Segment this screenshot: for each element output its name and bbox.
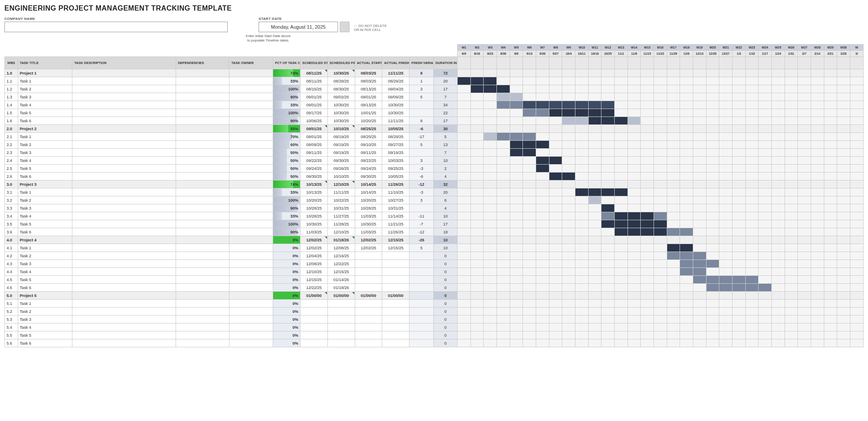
cell-wbs[interactable]: 1.1 [5, 77, 18, 85]
cell-variance[interactable]: 5 [410, 141, 433, 149]
cell-desc[interactable] [72, 331, 176, 339]
cell-sched-finish[interactable]: 10/22/25 [327, 196, 355, 204]
cell-pct[interactable]: 90% [273, 93, 301, 101]
cell-wbs[interactable]: 1.0 [5, 69, 18, 77]
cell-duration[interactable]: 0 [433, 284, 457, 292]
cell-desc[interactable] [72, 212, 176, 220]
cell-actual-start[interactable]: 10/14/25 [355, 180, 382, 188]
cell-actual-finish[interactable]: 11/21/25 [382, 220, 410, 228]
cell-title[interactable]: Task 5 [18, 165, 72, 173]
cell-desc[interactable] [72, 244, 176, 252]
cell-wbs[interactable]: 5.1 [5, 300, 18, 308]
task-row[interactable]: 3.6Task 690%11/03/2512/10/2511/03/2511/2… [5, 228, 864, 236]
cell-duration[interactable]: 18 [433, 228, 457, 236]
task-row[interactable]: 5.6Task 60%0 [5, 339, 864, 347]
cell-wbs[interactable]: 5.3 [5, 316, 18, 323]
cell-owner[interactable] [229, 300, 273, 308]
cell-duration[interactable]: 5 [433, 133, 457, 141]
cell-dep[interactable] [176, 220, 229, 228]
cell-actual-finish[interactable]: 10/27/25 [382, 196, 410, 204]
cell-title[interactable]: Task 6 [18, 117, 72, 125]
cell-wbs[interactable]: 1.5 [5, 109, 18, 117]
cell-dep[interactable] [176, 157, 229, 165]
cell-owner[interactable] [229, 125, 273, 133]
cell-duration[interactable]: 22 [433, 109, 457, 117]
cell-variance[interactable] [410, 339, 433, 347]
cell-actual-start[interactable] [355, 268, 382, 276]
cell-sched-finish[interactable]: 09/19/25 [327, 141, 355, 149]
task-row[interactable]: 4.5Task 50%12/15/2501/14/260 [5, 276, 864, 284]
project-row[interactable]: 4.0Project 40%12/02/2501/18/2612/02/2512… [5, 236, 864, 244]
cell-sched-start[interactable]: 09/11/25 [301, 149, 328, 157]
cell-sched-start[interactable]: 09/22/25 [301, 157, 328, 165]
cell-variance[interactable] [410, 268, 433, 276]
cell-owner[interactable] [229, 77, 273, 85]
cell-duration[interactable]: 13 [433, 141, 457, 149]
cell-dep[interactable] [176, 308, 229, 316]
cell-owner[interactable] [229, 188, 273, 196]
cell-actual-start[interactable]: 09/30/25 [355, 173, 382, 180]
cell-duration[interactable]: 32 [433, 180, 457, 188]
cell-duration[interactable]: 0 [433, 252, 457, 260]
cell-wbs[interactable]: 4.3 [5, 260, 18, 268]
cell-desc[interactable] [72, 260, 176, 268]
cell-sched-start[interactable]: 10/30/25 [301, 220, 328, 228]
cell-actual-start[interactable]: 08/13/25 [355, 85, 382, 93]
cell-actual-finish[interactable] [382, 268, 410, 276]
cell-desc[interactable] [72, 117, 176, 125]
cell-variance[interactable] [410, 109, 433, 117]
cell-sched-start[interactable]: 09/09/25 [301, 141, 328, 149]
cell-sched-finish[interactable]: 08/30/25 [327, 85, 355, 93]
cell-pct[interactable]: 90% [273, 117, 301, 125]
cell-sched-start[interactable] [301, 323, 328, 331]
cell-actual-start[interactable]: 10/20/25 [355, 196, 382, 204]
cell-pct[interactable]: 60% [273, 141, 301, 149]
cell-actual-finish[interactable]: 10/31/25 [382, 204, 410, 212]
cell-dep[interactable] [176, 236, 229, 244]
cell-owner[interactable] [229, 149, 273, 157]
cell-variance[interactable] [410, 149, 433, 157]
cell-pct[interactable]: 0% [273, 244, 301, 252]
cell-title[interactable]: Task 1 [18, 244, 72, 252]
cell-pct[interactable]: 0% [273, 331, 301, 339]
cell-sched-start[interactable]: 09/30/25 [301, 173, 328, 180]
cell-desc[interactable] [72, 173, 176, 180]
cell-owner[interactable] [229, 93, 273, 101]
cell-sched-finish[interactable]: 11/11/25 [327, 188, 355, 196]
cell-actual-start[interactable]: 10/20/25 [355, 117, 382, 125]
cell-actual-finish[interactable] [382, 284, 410, 292]
task-row[interactable]: 5.4Task 40%0 [5, 323, 864, 331]
cell-title[interactable]: Task 4 [18, 101, 72, 109]
cell-sched-finish[interactable] [327, 323, 355, 331]
cell-sched-start[interactable]: 12/02/25 [301, 244, 328, 252]
cell-wbs[interactable]: 3.1 [5, 188, 18, 196]
cell-actual-finish[interactable]: 12/15/25 [382, 244, 410, 252]
cell-pct[interactable]: 100% [273, 220, 301, 228]
cell-dep[interactable] [176, 101, 229, 109]
cell-sched-start[interactable]: 09/01/25 [301, 133, 328, 141]
cell-owner[interactable] [229, 220, 273, 228]
cell-actual-start[interactable]: 09/10/25 [355, 141, 382, 149]
cell-duration[interactable]: 10 [433, 244, 457, 252]
cell-duration[interactable]: 0 [433, 339, 457, 347]
cell-sched-finish[interactable]: 10/10/25 [327, 173, 355, 180]
cell-sched-start[interactable]: 09/01/25 [301, 101, 328, 109]
cell-sched-finish[interactable]: 10/30/25 [327, 117, 355, 125]
cell-actual-finish[interactable]: 12/15/25 [382, 236, 410, 244]
cell-variance[interactable] [410, 252, 433, 260]
cell-sched-start[interactable]: 10/06/25 [301, 117, 328, 125]
cell-actual-finish[interactable] [382, 276, 410, 284]
cell-dep[interactable] [176, 165, 229, 173]
cell-duration[interactable]: 4 [433, 173, 457, 180]
cell-sched-finish[interactable]: 01/18/26 [327, 236, 355, 244]
cell-owner[interactable] [229, 228, 273, 236]
cell-title[interactable]: Task 5 [18, 276, 72, 284]
cell-dep[interactable] [176, 339, 229, 347]
cell-actual-finish[interactable]: 01/00/00 [382, 292, 410, 300]
cell-sched-start[interactable]: 12/08/25 [301, 260, 328, 268]
cell-desc[interactable] [72, 149, 176, 157]
cell-dep[interactable] [176, 316, 229, 323]
cell-variance[interactable] [410, 260, 433, 268]
cell-actual-finish[interactable] [382, 323, 410, 331]
cell-wbs[interactable]: 3.0 [5, 180, 18, 188]
